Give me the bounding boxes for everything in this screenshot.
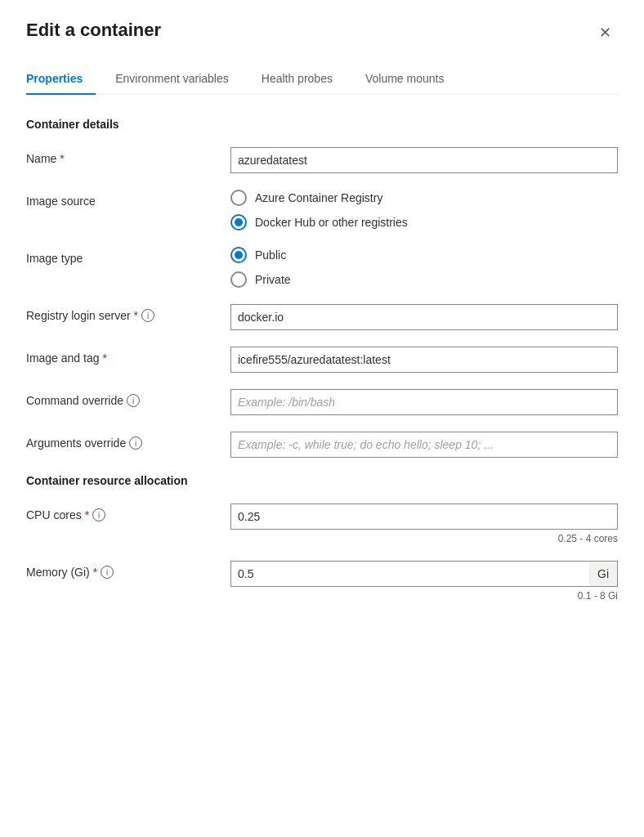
- close-icon: ✕: [599, 24, 611, 42]
- container-details-section: Container details Name * Image source Az…: [26, 118, 618, 458]
- memory-input[interactable]: [230, 561, 589, 587]
- registry-login-input[interactable]: [230, 304, 618, 330]
- image-source-acr-label: Azure Container Registry: [255, 191, 382, 204]
- image-tag-row: Image and tag *: [26, 347, 618, 373]
- registry-login-label: Registry login server * i: [26, 304, 230, 322]
- image-type-public-label: Public: [255, 248, 286, 262]
- name-label: Name *: [26, 147, 230, 165]
- memory-required-star: *: [93, 566, 97, 579]
- name-row: Name *: [26, 147, 618, 173]
- image-source-acr-option[interactable]: Azure Container Registry: [230, 190, 618, 206]
- image-source-docker-label: Docker Hub or other registries: [255, 216, 408, 229]
- cpu-cores-row: CPU cores * i 0.25 - 4 cores: [26, 504, 618, 544]
- memory-label: Memory (Gi) * i: [26, 561, 230, 579]
- image-tag-label: Image and tag *: [26, 347, 230, 365]
- tab-env-variables[interactable]: Environment variables: [115, 65, 242, 95]
- resource-allocation-section: Container resource allocation CPU cores …: [26, 474, 618, 602]
- image-tag-required-star: *: [103, 351, 107, 365]
- memory-field: Gi 0.1 - 8 Gi: [230, 561, 618, 602]
- dialog-header: Edit a container ✕: [26, 20, 618, 46]
- resource-allocation-title: Container resource allocation: [26, 474, 618, 487]
- tabs-container: Properties Environment variables Health …: [26, 65, 618, 95]
- registry-login-field: [230, 304, 618, 330]
- cpu-cores-hint: 0.25 - 4 cores: [230, 533, 618, 544]
- memory-info-icon[interactable]: i: [101, 566, 114, 579]
- image-type-private-option[interactable]: Private: [230, 271, 618, 288]
- arguments-override-row: Arguments override i: [26, 432, 618, 458]
- image-source-docker-option[interactable]: Docker Hub or other registries: [230, 214, 618, 231]
- cpu-cores-field: 0.25 - 4 cores: [230, 504, 618, 544]
- tab-health-probes[interactable]: Health probes: [262, 65, 346, 95]
- command-override-row: Command override i: [26, 389, 618, 415]
- image-source-label: Image source: [26, 190, 230, 208]
- image-type-label: Image type: [26, 247, 230, 265]
- cpu-cores-input[interactable]: [230, 504, 618, 530]
- arguments-override-info-icon[interactable]: i: [129, 436, 142, 450]
- image-type-private-radio[interactable]: [230, 271, 247, 288]
- tab-volume-mounts[interactable]: Volume mounts: [365, 65, 458, 95]
- image-type-row: Image type Public Private: [26, 247, 618, 288]
- close-button[interactable]: ✕: [592, 20, 618, 46]
- cpu-cores-label: CPU cores * i: [26, 504, 230, 521]
- name-input[interactable]: [230, 147, 618, 173]
- container-details-title: Container details: [26, 118, 618, 131]
- command-override-input[interactable]: [230, 389, 618, 415]
- image-source-docker-radio[interactable]: [230, 214, 247, 231]
- arguments-override-field: [230, 432, 618, 458]
- cpu-info-icon[interactable]: i: [92, 508, 105, 521]
- command-override-label: Command override i: [26, 389, 230, 407]
- image-type-private-label: Private: [255, 273, 291, 286]
- registry-login-row: Registry login server * i: [26, 304, 618, 330]
- image-type-radio-group: Public Private: [230, 247, 618, 288]
- arguments-override-label: Arguments override i: [26, 432, 230, 450]
- image-type-public-radio[interactable]: [230, 247, 247, 263]
- memory-suffix: Gi: [589, 561, 618, 587]
- name-field: [230, 147, 618, 173]
- image-type-field: Public Private: [230, 247, 618, 288]
- registry-info-icon[interactable]: i: [141, 309, 154, 322]
- dialog-title: Edit a container: [26, 20, 161, 41]
- image-source-radio-group: Azure Container Registry Docker Hub or o…: [230, 190, 618, 231]
- memory-input-group: Gi: [230, 561, 618, 587]
- image-type-public-option[interactable]: Public: [230, 247, 618, 263]
- memory-hint: 0.1 - 8 Gi: [230, 590, 618, 602]
- edit-container-dialog: Edit a container ✕ Properties Environmen…: [0, 0, 644, 837]
- command-override-info-icon[interactable]: i: [127, 394, 140, 407]
- image-source-acr-radio[interactable]: [230, 190, 247, 206]
- image-tag-field: [230, 347, 618, 373]
- image-tag-input[interactable]: [230, 347, 618, 373]
- tab-properties[interactable]: Properties: [26, 65, 96, 95]
- cpu-required-star: *: [85, 508, 89, 521]
- arguments-override-input[interactable]: [230, 432, 618, 458]
- image-source-field: Azure Container Registry Docker Hub or o…: [230, 190, 618, 231]
- memory-row: Memory (Gi) * i Gi 0.1 - 8 Gi: [26, 561, 618, 602]
- image-source-row: Image source Azure Container Registry Do…: [26, 190, 618, 231]
- command-override-field: [230, 389, 618, 415]
- registry-required-star: *: [134, 309, 138, 322]
- name-required-star: *: [60, 152, 64, 165]
